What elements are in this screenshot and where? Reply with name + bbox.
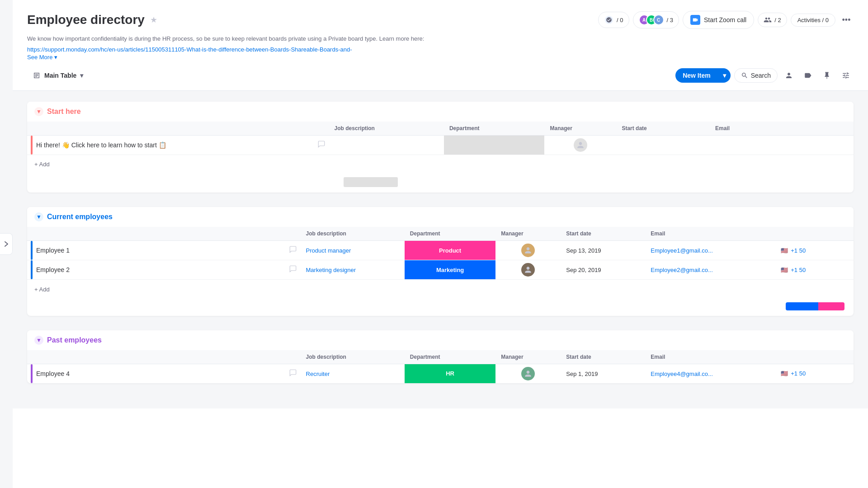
activities-btn[interactable]: Activities / 0 [791, 14, 835, 27]
board-header: Employee directory ★ / 0 A B C [13, 0, 868, 61]
zoom-icon [690, 15, 700, 25]
email[interactable]: Employee2@gmail.co... [645, 267, 718, 273]
col-header-job3: Job description [301, 350, 405, 364]
group-current-table: Job description Department Manager Start… [27, 227, 854, 299]
email-cell [710, 135, 854, 155]
chat-icon[interactable] [289, 265, 297, 275]
col-header-manager: Manager [544, 122, 616, 136]
job-description[interactable]: Product manager [301, 247, 357, 254]
start-date: Sep 20, 2019 [561, 267, 606, 273]
person-filter-btn[interactable] [781, 68, 797, 83]
star-icon[interactable]: ★ [150, 15, 157, 25]
board-link[interactable]: https://support.monday.com/hc/en-us/arti… [27, 46, 352, 53]
guests-btn[interactable]: A B C / 3 [633, 11, 679, 28]
reactions-btn[interactable]: / 0 [598, 12, 629, 28]
email[interactable]: Employee4@gmail.co... [645, 371, 718, 377]
row-name: Employee 1 [36, 247, 285, 254]
sidebar-toggle[interactable] [0, 233, 13, 255]
main-table-chevron[interactable]: ▾ [80, 72, 83, 79]
col-header-date2: Start date [561, 227, 645, 241]
job-description[interactable]: Recruiter [301, 371, 335, 377]
manager-cell [544, 138, 616, 152]
pin-btn[interactable] [819, 68, 835, 83]
row-color-bar [31, 136, 33, 155]
board-toolbar: Main Table ▾ New Item ▾ Search [13, 61, 868, 91]
col-header-job: Job description [329, 122, 444, 136]
chat-icon[interactable] [317, 140, 326, 150]
row-color-bar [31, 241, 33, 260]
col-header-manager3: Manager [495, 350, 561, 364]
col-header-dept: Department [444, 122, 545, 136]
row-name: Hi there! 👋 Click here to learn how to s… [36, 141, 314, 149]
email[interactable]: Employee1@gmail.co... [645, 247, 718, 254]
group-start-here: ▼ Start here Job description Department … [27, 102, 854, 193]
users-btn[interactable]: / 2 [758, 13, 787, 27]
group-current-title: Current employees [47, 213, 113, 221]
col-header-phone2 [775, 227, 854, 241]
group-start-here-title: Start here [47, 108, 81, 116]
main-table-label: Main Table [44, 72, 76, 79]
zoom-call-btn[interactable]: Start Zoom call [683, 11, 754, 29]
flag-icon: 🇺🇸 [781, 247, 788, 254]
col-header-email: Email [710, 122, 854, 136]
chat-icon[interactable] [289, 369, 297, 379]
group-past-table: Job description Department Manager Start… [27, 350, 854, 383]
col-header-dept2: Department [405, 227, 496, 241]
col-header-name2 [27, 227, 301, 241]
col-header-job2: Job description [301, 227, 405, 241]
chat-icon[interactable] [289, 245, 297, 255]
dept-summary-placeholder [344, 177, 398, 187]
board-content: ▼ Start here Job description Department … [13, 91, 868, 408]
col-header-dept3: Department [405, 350, 496, 364]
reactions-count: / 0 [617, 17, 623, 23]
main-table-btn[interactable]: Main Table ▾ [27, 69, 89, 82]
board-description: We know how important confidentiality is… [27, 34, 434, 44]
group-current-header: ▼ Current employees [27, 207, 854, 227]
date-cell [616, 135, 710, 155]
col-header-name3 [27, 350, 301, 364]
marketing-bar [786, 302, 818, 310]
group-collapse-icon[interactable]: ▼ [34, 336, 43, 345]
filter-btn[interactable] [838, 68, 854, 83]
board-title: Employee directory [27, 13, 145, 27]
activities-label: Activities / 0 [797, 17, 829, 23]
group-collapse-icon[interactable]: ▼ [34, 107, 43, 116]
col-header-phone3 [775, 350, 854, 364]
phone: 🇺🇸 +1 50 [775, 247, 854, 254]
tag-btn[interactable] [800, 68, 816, 83]
see-more-link[interactable]: See More ▾ [27, 54, 57, 61]
phone: 🇺🇸 +1 50 [775, 370, 854, 377]
add-label[interactable]: + Add [27, 280, 854, 299]
add-row[interactable]: + Add [27, 280, 854, 299]
group-past-employees: ▼ Past employees Job description Departm… [27, 330, 854, 383]
job-description[interactable]: Marketing designer [301, 267, 362, 273]
group-past-header: ▼ Past employees [27, 330, 854, 350]
dept-badge: HR [405, 364, 496, 383]
flag-icon: 🇺🇸 [781, 370, 788, 377]
phone: 🇺🇸 +1 50 [775, 267, 854, 273]
group-current-employees: ▼ Current employees Job description Depa… [27, 207, 854, 316]
group-start-here-table: Job description Department Manager Start… [27, 122, 854, 174]
search-label: Search [751, 72, 771, 79]
col-header-date3: Start date [561, 350, 645, 364]
search-btn[interactable]: Search [734, 68, 778, 83]
new-item-btn[interactable]: New Item ▾ [675, 68, 730, 83]
table-row: Employee 1 Product manager [27, 241, 854, 260]
flag-icon: 🇺🇸 [781, 267, 788, 273]
col-header-email2: Email [645, 227, 775, 241]
table-icon [33, 71, 41, 80]
table-row: Employee 2 Marketing designer [27, 260, 854, 280]
row-name: Employee 2 [36, 266, 285, 273]
row-name: Employee 4 [36, 370, 285, 377]
new-item-caret[interactable]: ▾ [718, 68, 731, 83]
add-label[interactable]: + Add [27, 155, 854, 174]
more-options-btn[interactable]: ••• [839, 13, 854, 27]
group-collapse-icon[interactable]: ▼ [34, 212, 43, 221]
col-header-manager2: Manager [495, 227, 561, 241]
header-actions: / 0 A B C / 3 Start Zoom call [598, 11, 854, 29]
col-header-email3: Email [645, 350, 775, 364]
group-past-title: Past employees [47, 336, 102, 344]
col-header-date: Start date [616, 122, 710, 136]
dept-placeholder [444, 136, 545, 155]
add-row[interactable]: + Add [27, 155, 854, 174]
